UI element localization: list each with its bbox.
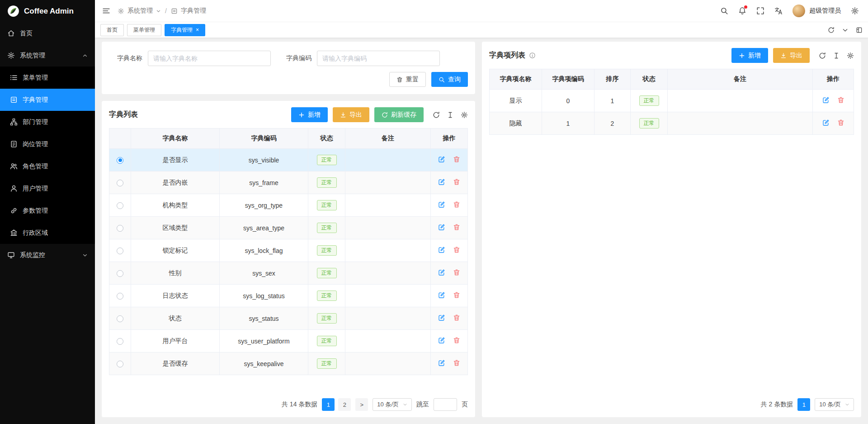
next-page-button[interactable]: > xyxy=(355,398,368,411)
edit-icon[interactable] xyxy=(438,314,445,321)
delete-icon[interactable] xyxy=(453,269,460,276)
sidebar-item-system-management[interactable]: 系统管理 xyxy=(0,44,95,67)
edit-icon[interactable] xyxy=(438,178,445,186)
row-radio[interactable] xyxy=(117,293,123,300)
dict-row[interactable]: 日志状态sys_log_status正常 xyxy=(109,285,468,307)
dict-row[interactable]: 是否显示sys_visible正常 xyxy=(109,149,468,172)
edit-icon[interactable] xyxy=(822,96,830,104)
app-logo[interactable]: Coffee Admin xyxy=(0,0,95,22)
row-radio[interactable] xyxy=(117,202,123,209)
delete-icon[interactable] xyxy=(837,119,844,126)
edit-icon[interactable] xyxy=(438,156,445,163)
delete-icon[interactable] xyxy=(453,201,460,208)
sidebar-item-dict-management[interactable]: 字典管理 xyxy=(0,89,95,111)
notification-bell-icon[interactable] xyxy=(738,7,746,15)
reset-button[interactable]: 重置 xyxy=(389,72,426,87)
page-size-select[interactable]: 10 条/页 xyxy=(815,398,854,411)
dict-name-input[interactable] xyxy=(148,51,271,66)
status-badge: 正常 xyxy=(317,177,337,188)
fullscreen-icon[interactable] xyxy=(756,7,764,15)
refresh-page-icon[interactable] xyxy=(828,27,835,33)
sidebar-item-home[interactable]: 首页 xyxy=(0,22,95,44)
export-dict-item-button[interactable]: 导出 xyxy=(773,48,810,63)
edit-icon[interactable] xyxy=(438,359,445,367)
sidebar-item-role-management[interactable]: 角色管理 xyxy=(0,155,95,177)
table-settings-icon[interactable] xyxy=(847,52,854,59)
dict-row[interactable]: 锁定标记sys_lock_flag正常 xyxy=(109,239,468,262)
row-radio[interactable] xyxy=(117,248,123,254)
delete-icon[interactable] xyxy=(453,246,460,253)
jump-page-input[interactable] xyxy=(434,398,457,411)
edit-icon[interactable] xyxy=(438,224,445,231)
delete-icon[interactable] xyxy=(453,337,460,344)
sidebar-item-admin-region[interactable]: 行政区域 xyxy=(0,222,95,244)
page-button-2[interactable]: 2 xyxy=(338,398,351,411)
search-icon[interactable] xyxy=(720,7,728,15)
refresh-table-icon[interactable] xyxy=(819,52,826,59)
tab-options-chevron-icon[interactable] xyxy=(842,27,849,33)
refresh-table-icon[interactable] xyxy=(433,111,440,119)
edit-icon[interactable] xyxy=(438,246,445,253)
status-badge: 正常 xyxy=(317,200,337,210)
breadcrumb-group[interactable]: 系统管理 xyxy=(127,7,153,15)
user-menu[interactable]: 超级管理员 xyxy=(793,5,841,17)
column-settings-icon[interactable] xyxy=(447,111,454,119)
sidebar-item-dept-management[interactable]: 部门管理 xyxy=(0,111,95,133)
dict-row[interactable]: 性别sys_sex正常 xyxy=(109,262,468,285)
delete-icon[interactable] xyxy=(453,178,460,186)
edit-icon[interactable] xyxy=(438,337,445,344)
dict-row[interactable]: 是否内嵌sys_frame正常 xyxy=(109,172,468,194)
sidebar-item-menu-management[interactable]: 菜单管理 xyxy=(0,67,95,89)
dict-item-row[interactable]: 显示01正常 xyxy=(490,90,854,112)
row-radio[interactable] xyxy=(117,270,123,277)
delete-icon[interactable] xyxy=(453,156,460,163)
dict-row[interactable]: 是否缓存sys_keepalive正常 xyxy=(109,353,468,375)
row-radio[interactable] xyxy=(117,225,123,232)
page-button-1[interactable]: 1 xyxy=(797,398,810,411)
breadcrumb-page: 字典管理 xyxy=(181,7,206,15)
layout-icon[interactable] xyxy=(856,27,863,33)
language-icon[interactable] xyxy=(774,7,783,15)
delete-icon[interactable] xyxy=(837,96,844,104)
delete-icon[interactable] xyxy=(453,359,460,367)
add-dict-item-button[interactable]: 新增 xyxy=(731,48,768,63)
edit-icon[interactable] xyxy=(438,269,445,276)
sidebar-item-post-management[interactable]: 岗位管理 xyxy=(0,133,95,155)
collapse-sidebar-icon[interactable] xyxy=(102,7,110,15)
row-radio[interactable] xyxy=(117,315,123,322)
sidebar-item-param-management[interactable]: 参数管理 xyxy=(0,200,95,222)
column-settings-icon[interactable] xyxy=(833,52,840,59)
row-radio[interactable] xyxy=(117,157,123,164)
edit-icon[interactable] xyxy=(438,291,445,299)
dict-row[interactable]: 状态sys_status正常 xyxy=(109,307,468,330)
tab-menu-management[interactable]: 菜单管理 xyxy=(127,24,161,36)
sidebar-item-user-management[interactable]: 用户管理 xyxy=(0,177,95,200)
dict-code-input[interactable] xyxy=(317,51,440,66)
tab-home[interactable]: 首页 xyxy=(100,24,124,36)
query-button[interactable]: 查询 xyxy=(431,72,468,87)
delete-icon[interactable] xyxy=(453,224,460,231)
export-dict-button[interactable]: 导出 xyxy=(333,107,369,122)
edit-icon[interactable] xyxy=(822,119,830,126)
delete-icon[interactable] xyxy=(453,291,460,299)
table-settings-icon[interactable] xyxy=(461,111,468,119)
page-size-select[interactable]: 10 条/页 xyxy=(373,398,412,411)
add-dict-button[interactable]: 新增 xyxy=(291,107,328,122)
tab-dict-management[interactable]: 字典管理× xyxy=(165,24,205,36)
settings-icon[interactable] xyxy=(851,7,859,15)
row-radio[interactable] xyxy=(117,338,123,345)
username: 超级管理员 xyxy=(809,7,841,15)
dict-row[interactable]: 区域类型sys_area_type正常 xyxy=(109,217,468,239)
page-button-1[interactable]: 1 xyxy=(322,398,335,411)
dict-row[interactable]: 用户平台sys_user_platform正常 xyxy=(109,330,468,353)
row-radio[interactable] xyxy=(117,180,123,186)
sidebar-item-system-monitor[interactable]: 系统监控 xyxy=(0,244,95,266)
edit-icon[interactable] xyxy=(438,201,445,208)
refresh-cache-button[interactable]: 刷新缓存 xyxy=(374,107,424,122)
dict-item-row[interactable]: 隐藏12正常 xyxy=(490,112,854,135)
close-icon[interactable]: × xyxy=(196,27,199,33)
dict-remark xyxy=(345,217,431,239)
row-radio[interactable] xyxy=(117,361,123,367)
delete-icon[interactable] xyxy=(453,314,460,321)
dict-row[interactable]: 机构类型sys_org_type正常 xyxy=(109,194,468,217)
